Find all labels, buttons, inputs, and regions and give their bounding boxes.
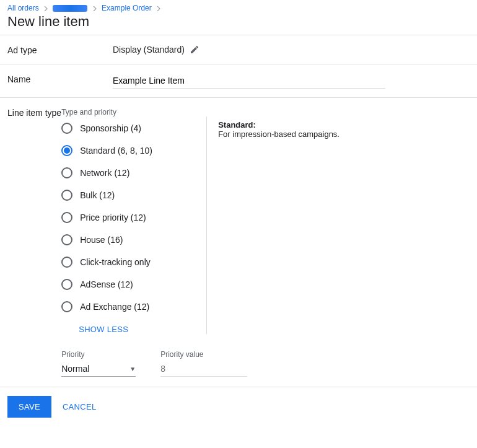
radio-option[interactable]: Bulk (12) xyxy=(61,190,198,201)
priority-value-input[interactable] xyxy=(160,361,247,377)
cancel-button[interactable]: CANCEL xyxy=(63,402,97,411)
show-less-button[interactable]: SHOW LESS xyxy=(79,325,198,334)
section-ad-type: Ad type Display (Standard) xyxy=(0,35,477,64)
radio-option[interactable]: Price priority (12) xyxy=(61,212,198,223)
priority-select[interactable]: Normal ▼ xyxy=(61,361,136,377)
type-priority-subhead: Type and priority xyxy=(61,108,198,116)
radio-option[interactable]: Sponsorship (4) xyxy=(61,123,198,134)
name-label: Name xyxy=(7,73,113,89)
radio-icon xyxy=(61,234,72,245)
section-name: Name xyxy=(0,64,477,97)
radio-option[interactable]: Network (12) xyxy=(61,167,198,178)
radio-icon xyxy=(61,301,72,312)
save-button[interactable]: SAVE xyxy=(7,396,51,418)
radio-option-label: Price priority (12) xyxy=(80,213,146,222)
radio-option-label: Ad Exchange (12) xyxy=(80,302,149,312)
radio-option[interactable]: Standard (6, 8, 10) xyxy=(61,145,198,156)
chevron-right-icon xyxy=(92,4,97,13)
breadcrumb-link-all-orders[interactable]: All orders xyxy=(7,4,39,12)
ad-type-value: Display (Standard) xyxy=(113,45,185,55)
line-item-type-label: Line item type xyxy=(7,108,61,377)
breadcrumb: All orders Example Order xyxy=(7,4,470,12)
radio-option-label: Sponsorship (4) xyxy=(80,123,141,133)
radio-icon xyxy=(61,212,72,223)
radio-option-label: Network (12) xyxy=(80,168,129,178)
radio-icon xyxy=(61,279,72,290)
type-info-panel: Standard: For impression-based campaigns… xyxy=(218,108,339,334)
radio-option-label: Standard (6, 8, 10) xyxy=(80,146,152,156)
breadcrumb-link-order[interactable]: Example Order xyxy=(102,4,152,12)
radio-option-label: Bulk (12) xyxy=(80,190,115,200)
pencil-icon[interactable] xyxy=(190,45,199,55)
breadcrumb-link-redacted[interactable] xyxy=(53,5,87,12)
radio-option-label: Click-tracking only xyxy=(80,257,151,267)
radio-option[interactable]: Ad Exchange (12) xyxy=(61,301,198,312)
radio-icon xyxy=(61,145,72,156)
radio-option-label: House (16) xyxy=(80,235,123,245)
vertical-divider xyxy=(206,116,207,334)
type-info-title: Standard: xyxy=(218,120,256,130)
ad-type-label: Ad type xyxy=(7,44,113,55)
priority-value-label: Priority value xyxy=(160,350,247,359)
page-title: New line item xyxy=(7,14,470,30)
priority-label: Priority xyxy=(61,350,136,359)
radio-icon xyxy=(61,257,72,268)
radio-icon xyxy=(61,167,72,178)
radio-icon xyxy=(61,123,72,134)
chevron-right-icon xyxy=(156,4,161,13)
radio-option[interactable]: House (16) xyxy=(61,234,198,245)
priority-select-value: Normal xyxy=(61,364,89,374)
section-line-item-type: Line item type Type and priority Sponsor… xyxy=(0,97,477,387)
radio-option-label: AdSense (12) xyxy=(80,279,133,289)
radio-icon xyxy=(61,190,72,201)
radio-option[interactable]: AdSense (12) xyxy=(61,279,198,290)
type-info-body: For impression-based campaigns. xyxy=(218,130,339,139)
footer-actions: SAVE CANCEL xyxy=(0,387,477,426)
chevron-right-icon xyxy=(43,4,48,13)
name-input[interactable] xyxy=(113,73,385,89)
radio-option[interactable]: Click-tracking only xyxy=(61,257,198,268)
chevron-down-icon: ▼ xyxy=(129,366,136,372)
